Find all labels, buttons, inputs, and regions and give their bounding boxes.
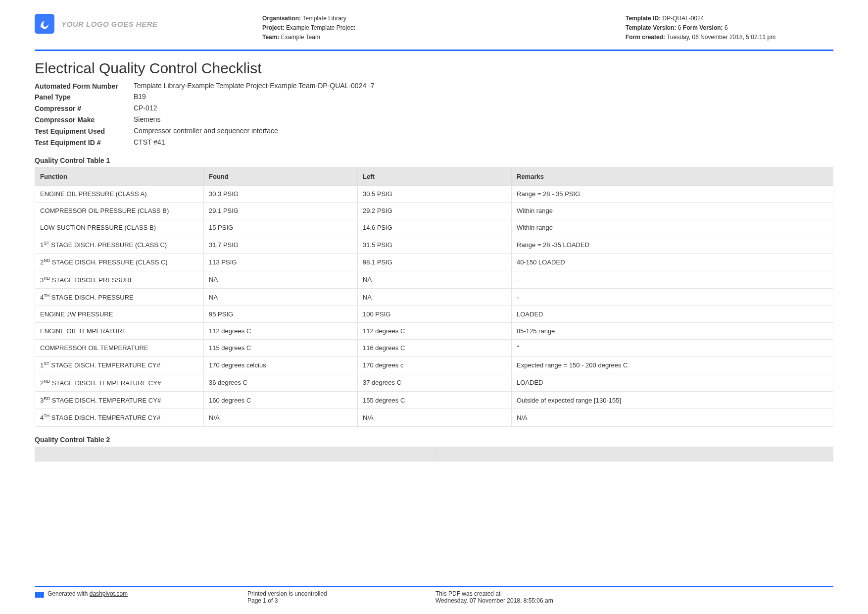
template-version-label: Template Version:	[626, 24, 676, 31]
quality-control-table-1: Function Found Left Remarks ENGINE OIL P…	[35, 167, 833, 427]
table-cell-left: 98.1 PSIG	[358, 254, 512, 271]
table-cell-found: 29.1 PSIG	[204, 202, 358, 219]
table-cell-left: 112 degrees C	[358, 323, 512, 340]
th-left: Left	[358, 167, 512, 185]
quality-control-table-2-header	[35, 447, 833, 461]
field-row: Compressor MakeSiemens	[35, 115, 833, 125]
table-cell-func: 1ST STAGE DISCH. PRESSURE (CLASS C)	[35, 236, 204, 253]
table-row: 2ND STAGE DISCH. TEMPERATURE CY#36 degre…	[35, 374, 833, 391]
th-remarks: Remarks	[512, 167, 833, 185]
table-cell-remarks: 85-125 range	[512, 323, 833, 340]
field-label: Compressor Make	[35, 115, 134, 125]
header: YOUR LOGO GOES HERE Organisation: Templa…	[35, 10, 833, 48]
field-value: CP-012	[134, 104, 157, 112]
table-cell-func: COMPRESSOR OIL PRESSURE (CLASS B)	[35, 202, 204, 219]
table-cell-left: 37 degrees C	[358, 374, 512, 391]
svg-rect-0	[35, 14, 54, 34]
table-cell-found: 31.7 PSIG	[204, 236, 358, 253]
table-row: 4TH STAGE DISCH. PRESSURENANA-	[35, 288, 833, 306]
table-cell-found: 15 PSIG	[204, 219, 358, 236]
table-cell-remarks: Outside of expected range [130-155]	[512, 391, 833, 409]
meta-col-left: Organisation: Template Library Project: …	[262, 14, 355, 43]
table-cell-remarks: N/A	[512, 409, 833, 426]
org-label: Organisation:	[262, 15, 301, 22]
table-row: COMPRESSOR OIL TEMPERATURE115 degrees C1…	[35, 340, 833, 357]
table-cell-func: ENGINE JW PRESSURE	[35, 306, 204, 323]
table-cell-found: 30.3 PSIG	[204, 185, 358, 202]
table-cell-left: 116 degrees C	[358, 340, 512, 357]
form-version-label: Form Version:	[683, 24, 723, 31]
table-cell-remarks: -	[512, 288, 833, 306]
table-cell-remarks: Range = 28 -35 LOADED	[512, 236, 833, 253]
table-cell-found: NA	[204, 288, 358, 306]
header-divider	[35, 50, 833, 51]
table-row: 2ND STAGE DISCH. PRESSURE (CLASS C)113 P…	[35, 254, 833, 271]
field-label: Panel Type	[35, 93, 134, 102]
table-cell-left: NA	[358, 288, 512, 306]
table-cell-left: 100 PSIG	[358, 306, 512, 323]
table-cell-left: 170 degrees c	[358, 357, 512, 374]
table2-title: Quality Control Table 2	[35, 436, 833, 444]
field-value: B19	[134, 93, 146, 101]
field-label: Test Equipment Used	[35, 127, 134, 136]
table-row: ENGINE OIL PRESSURE (CLASS A)30.3 PSIG30…	[35, 185, 833, 202]
org-value: Template Library	[302, 15, 346, 22]
table-row: 1ST STAGE DISCH. TEMPERATURE CY#170 degr…	[35, 357, 833, 374]
table-cell-func: 2ND STAGE DISCH. PRESSURE (CLASS C)	[35, 254, 204, 271]
table-row: COMPRESSOR OIL PRESSURE (CLASS B)29.1 PS…	[35, 202, 833, 219]
team-value: Example Team	[281, 34, 320, 41]
dashpivot-link[interactable]: dashpivot.com	[90, 590, 128, 597]
table-cell-found: 170 degrees celcius	[204, 357, 358, 374]
table-cell-remarks: LOADED	[512, 374, 833, 391]
table-cell-remarks: Range = 28 - 35 PSIG	[512, 185, 833, 202]
table-row: 3RD STAGE DISCH. TEMPERATURE CY#160 degr…	[35, 391, 833, 409]
table-cell-left: 30.5 PSIG	[358, 185, 512, 202]
fields-block: Automated Form NumberTemplate Library-Ex…	[35, 82, 833, 148]
generated-prefix: Generated with	[48, 590, 90, 597]
table-cell-func: 3RD STAGE DISCH. PRESSURE	[35, 271, 204, 288]
table-cell-remarks: Expected range = 150 - 200 degrees C	[512, 357, 833, 374]
field-row: Panel TypeB19	[35, 93, 833, 102]
table-cell-found: 95 PSIG	[204, 306, 358, 323]
field-label: Test Equipment ID #	[35, 138, 134, 148]
th-found: Found	[204, 167, 358, 185]
table-cell-left: 155 degrees C	[358, 391, 512, 409]
table-cell-found: NA	[204, 271, 358, 288]
table-cell-remarks: Within range	[512, 219, 833, 236]
field-row: Automated Form NumberTemplate Library-Ex…	[35, 82, 833, 91]
page-title: Electrical Quality Control Checklist	[35, 60, 833, 77]
table-cell-left: N/A	[358, 409, 512, 426]
logo-block: YOUR LOGO GOES HERE	[35, 14, 213, 34]
template-version-value: 6	[678, 24, 681, 31]
table-row: ENGINE OIL TEMPERATURE112 degrees C112 d…	[35, 323, 833, 340]
table-row: ENGINE JW PRESSURE95 PSIG100 PSIGLOADED	[35, 306, 833, 323]
table-cell-left: 31.5 PSIG	[358, 236, 512, 253]
table-cell-func: ENGINE OIL TEMPERATURE	[35, 323, 204, 340]
form-created-value: Tuesday, 06 November 2018, 5:02:11 pm	[667, 34, 775, 41]
table-cell-func: LOW SUCTION PRESSURE (CLASS B)	[35, 219, 204, 236]
table-cell-func: 1ST STAGE DISCH. TEMPERATURE CY#	[35, 357, 204, 374]
pdf-created-value: Wednesday, 07 November 2018, 8:55:06 am	[435, 597, 833, 604]
table-cell-found: N/A	[204, 409, 358, 426]
field-value: Compressor controller and sequencer inte…	[134, 127, 278, 135]
table-cell-func: COMPRESSOR OIL TEMPERATURE	[35, 340, 204, 357]
field-value: CTST #41	[134, 138, 165, 146]
table-row: LOW SUCTION PRESSURE (CLASS B)15 PSIG14.…	[35, 219, 833, 236]
team-label: Team:	[262, 34, 279, 41]
table-cell-found: 112 degrees C	[204, 323, 358, 340]
template-id-label: Template ID:	[626, 15, 661, 22]
table-row: 1ST STAGE DISCH. PRESSURE (CLASS C)31.7 …	[35, 236, 833, 253]
field-row: Test Equipment UsedCompressor controller…	[35, 127, 833, 136]
table-cell-left: NA	[358, 271, 512, 288]
project-label: Project:	[262, 24, 285, 31]
th-function: Function	[35, 167, 204, 185]
table-cell-remarks: "	[512, 340, 833, 357]
project-value: Example Template Project	[286, 24, 355, 31]
field-label: Compressor #	[35, 104, 134, 113]
table-cell-remarks: LOADED	[512, 306, 833, 323]
pdf-created-label: This PDF was created at	[435, 590, 833, 597]
table-cell-func: ENGINE OIL PRESSURE (CLASS A)	[35, 185, 204, 202]
table-cell-func: 2ND STAGE DISCH. TEMPERATURE CY#	[35, 374, 204, 391]
table-cell-found: 160 degrees C	[204, 391, 358, 409]
logo-placeholder-text: YOUR LOGO GOES HERE	[61, 20, 158, 28]
